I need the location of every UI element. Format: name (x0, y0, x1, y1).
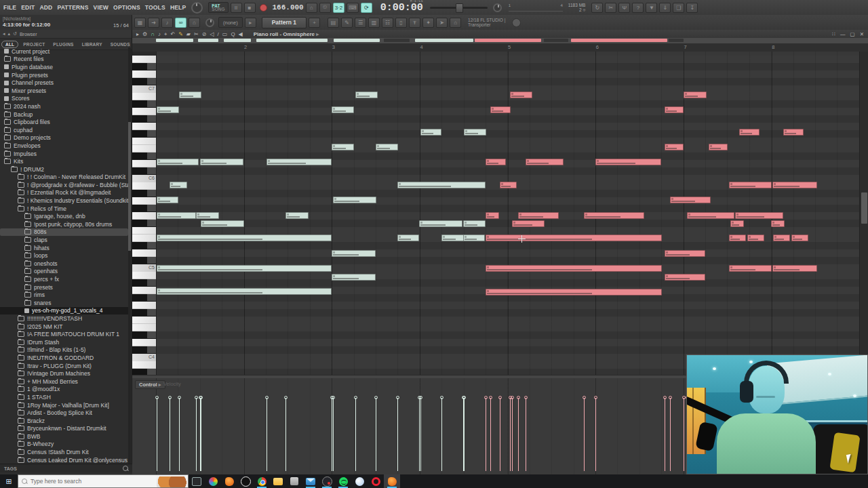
shuffle-knob[interactable] (493, 3, 502, 12)
wait-icon[interactable]: ⏲ (319, 3, 331, 13)
midi-note-pink[interactable] (486, 235, 662, 241)
chat-icon[interactable]: ❑ (673, 3, 684, 13)
undo-icon[interactable]: ↶ (170, 30, 175, 38)
browser-item[interactable]: Recent files (0, 56, 128, 64)
browser-item[interactable]: 2024 nash (0, 102, 128, 110)
midi-note-pink[interactable] (729, 182, 772, 188)
browser-item[interactable]: !A FREE MIRATOUCH DRUM KIT 1 (0, 330, 128, 338)
browser-tab-sounds[interactable]: SOUNDS (107, 41, 134, 47)
black-key[interactable] (132, 190, 156, 197)
velocity-handle[interactable] (594, 396, 597, 399)
delete-tool-icon[interactable]: ⊘ (202, 30, 207, 38)
browser-item[interactable]: Scores (0, 95, 128, 103)
midi-note-teal[interactable] (463, 235, 485, 241)
tempo-display[interactable]: 166.000 (273, 3, 304, 12)
fl-studio-active-icon[interactable] (384, 474, 400, 488)
white-key[interactable]: C5 (132, 264, 156, 272)
browser-item[interactable]: !!!!!!!!!!VENDRSTASH (0, 314, 128, 323)
black-key[interactable] (132, 220, 156, 227)
metronome-icon[interactable]: ⌂ (306, 3, 317, 13)
midi-note-pink[interactable] (729, 235, 746, 241)
midi-note-teal[interactable] (170, 182, 187, 188)
piano-roll-vscrollbar[interactable] (859, 52, 868, 375)
menu-item-file[interactable]: FILE (3, 4, 16, 11)
browser-item[interactable]: hihats (0, 244, 128, 252)
options-arrow-icon[interactable]: ▸ (136, 30, 139, 38)
velocity-stem[interactable] (486, 398, 486, 471)
browser-item[interactable]: ! Relics of Time (0, 205, 128, 213)
menu-item-help[interactable]: HELP (170, 4, 186, 11)
save-icon[interactable]: ▼ (646, 3, 657, 13)
menu-item-patterns[interactable]: PATTERNS (57, 4, 88, 11)
browser-tab-project[interactable]: PROJECT (20, 41, 48, 47)
help-icon[interactable]: ? (632, 3, 644, 13)
midi-note-teal[interactable] (376, 144, 398, 150)
velocity-handle[interactable] (332, 396, 335, 399)
velocity-handle[interactable] (168, 396, 172, 399)
midi-note-pink[interactable] (512, 220, 545, 227)
velocity-stem[interactable] (157, 398, 157, 471)
marker-slider[interactable]: 1 4 (509, 4, 563, 12)
velocity-stem[interactable] (500, 398, 500, 471)
channel-rack-icon[interactable]: ☰ (355, 18, 366, 28)
midi-note-pink[interactable] (584, 212, 644, 219)
velocity-handle[interactable] (669, 396, 672, 399)
velocity-handle[interactable] (284, 396, 288, 399)
velocity-handle[interactable] (195, 396, 198, 399)
white-key[interactable] (132, 302, 156, 309)
browser-item[interactable]: Backup (0, 110, 128, 119)
white-key[interactable] (132, 324, 156, 331)
midi-note-pink[interactable] (735, 212, 783, 219)
velocity-stem[interactable] (684, 398, 684, 471)
midi-note-pink[interactable] (730, 220, 744, 227)
midi-note-pink[interactable] (486, 159, 506, 165)
black-key[interactable] (132, 309, 156, 317)
midi-note-pink[interactable] (526, 159, 564, 165)
mute-tool-icon[interactable]: ◁ (210, 30, 214, 38)
white-key[interactable] (132, 93, 156, 100)
browser-item-selected[interactable]: yes-oh-my-god_1_vocals_4 (0, 307, 128, 315)
midi-note-pink[interactable] (665, 250, 705, 257)
midi-note-pink[interactable] (665, 106, 684, 113)
midi-note-pink[interactable] (510, 92, 532, 98)
black-key[interactable] (132, 294, 156, 302)
velocity-handle[interactable] (199, 396, 203, 399)
midi-note-teal[interactable] (157, 197, 178, 203)
browser-item[interactable]: 808s (0, 228, 128, 237)
browser-item[interactable]: Channel presets (0, 79, 128, 87)
pause-button[interactable]: II (231, 3, 242, 13)
countdown-icon[interactable]: 3·2 (333, 3, 345, 13)
browser-item[interactable]: Brackz (0, 417, 128, 425)
black-key[interactable] (132, 346, 156, 354)
velocity-stem[interactable] (510, 398, 511, 471)
browser-item[interactable]: percs + fx (0, 275, 128, 283)
menu-item-add[interactable]: ADD (39, 4, 52, 11)
browser-item[interactable]: oneshots (0, 260, 128, 268)
browser-item[interactable]: ! Ezzential Rock Kit @lmgmadeit (0, 189, 128, 197)
midi-note-pink[interactable] (729, 265, 772, 272)
white-key[interactable] (132, 249, 156, 257)
white-key[interactable] (132, 287, 156, 294)
velocity-handle[interactable] (178, 396, 181, 399)
midi-note-teal[interactable] (441, 235, 464, 241)
velocity-handle[interactable] (265, 396, 269, 399)
midi-note-pink[interactable] (486, 265, 662, 272)
velocity-handle[interactable] (517, 396, 520, 399)
velocity-handle[interactable] (354, 396, 357, 399)
typing-keyboard-icon[interactable]: ⌨ (347, 3, 359, 13)
white-key[interactable] (132, 145, 156, 152)
white-key[interactable] (132, 361, 156, 369)
paint-tool-icon[interactable]: ▰ (186, 30, 191, 38)
cut-icon[interactable]: ✂ (605, 3, 616, 13)
velocity-handle[interactable] (418, 396, 421, 399)
black-key[interactable] (132, 167, 156, 175)
velocity-handle[interactable] (583, 396, 586, 399)
browser-item[interactable]: !Drum Stash (0, 338, 128, 346)
note-grid[interactable] (156, 52, 868, 375)
file-explorer-icon[interactable] (270, 474, 286, 488)
velocity-stem[interactable] (526, 398, 526, 471)
menu-item-view[interactable]: VIEW (94, 4, 109, 11)
close-icon[interactable]: ✕ (860, 31, 864, 37)
midi-note-pink[interactable] (687, 212, 734, 219)
white-key[interactable] (132, 339, 156, 346)
